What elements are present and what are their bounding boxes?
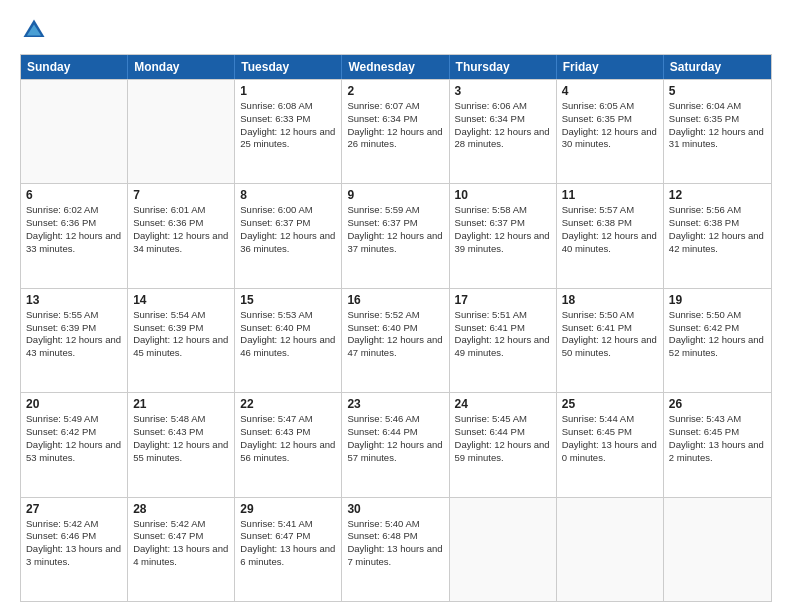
day-cell-13: 13Sunrise: 5:55 AM Sunset: 6:39 PM Dayli…: [21, 289, 128, 392]
day-number: 24: [455, 397, 551, 411]
day-cell-29: 29Sunrise: 5:41 AM Sunset: 6:47 PM Dayli…: [235, 498, 342, 601]
day-cell-22: 22Sunrise: 5:47 AM Sunset: 6:43 PM Dayli…: [235, 393, 342, 496]
day-info: Sunrise: 5:40 AM Sunset: 6:48 PM Dayligh…: [347, 518, 443, 569]
header-day-tuesday: Tuesday: [235, 55, 342, 79]
day-number: 29: [240, 502, 336, 516]
day-number: 23: [347, 397, 443, 411]
day-info: Sunrise: 5:50 AM Sunset: 6:42 PM Dayligh…: [669, 309, 766, 360]
empty-cell: [21, 80, 128, 183]
day-info: Sunrise: 5:44 AM Sunset: 6:45 PM Dayligh…: [562, 413, 658, 464]
day-number: 14: [133, 293, 229, 307]
day-number: 21: [133, 397, 229, 411]
week-row-2: 6Sunrise: 6:02 AM Sunset: 6:36 PM Daylig…: [21, 183, 771, 287]
day-cell-8: 8Sunrise: 6:00 AM Sunset: 6:37 PM Daylig…: [235, 184, 342, 287]
week-row-1: 1Sunrise: 6:08 AM Sunset: 6:33 PM Daylig…: [21, 79, 771, 183]
day-number: 9: [347, 188, 443, 202]
empty-cell: [557, 498, 664, 601]
week-row-4: 20Sunrise: 5:49 AM Sunset: 6:42 PM Dayli…: [21, 392, 771, 496]
calendar: SundayMondayTuesdayWednesdayThursdayFrid…: [20, 54, 772, 602]
day-cell-20: 20Sunrise: 5:49 AM Sunset: 6:42 PM Dayli…: [21, 393, 128, 496]
day-number: 5: [669, 84, 766, 98]
header-day-friday: Friday: [557, 55, 664, 79]
day-cell-3: 3Sunrise: 6:06 AM Sunset: 6:34 PM Daylig…: [450, 80, 557, 183]
day-number: 3: [455, 84, 551, 98]
day-info: Sunrise: 6:05 AM Sunset: 6:35 PM Dayligh…: [562, 100, 658, 151]
day-number: 12: [669, 188, 766, 202]
empty-cell: [664, 498, 771, 601]
day-info: Sunrise: 5:48 AM Sunset: 6:43 PM Dayligh…: [133, 413, 229, 464]
day-number: 22: [240, 397, 336, 411]
day-info: Sunrise: 5:42 AM Sunset: 6:46 PM Dayligh…: [26, 518, 122, 569]
day-number: 26: [669, 397, 766, 411]
day-number: 18: [562, 293, 658, 307]
day-number: 4: [562, 84, 658, 98]
week-row-5: 27Sunrise: 5:42 AM Sunset: 6:46 PM Dayli…: [21, 497, 771, 601]
day-info: Sunrise: 5:49 AM Sunset: 6:42 PM Dayligh…: [26, 413, 122, 464]
calendar-body: 1Sunrise: 6:08 AM Sunset: 6:33 PM Daylig…: [21, 79, 771, 601]
empty-cell: [128, 80, 235, 183]
day-cell-9: 9Sunrise: 5:59 AM Sunset: 6:37 PM Daylig…: [342, 184, 449, 287]
header: [20, 16, 772, 44]
day-cell-23: 23Sunrise: 5:46 AM Sunset: 6:44 PM Dayli…: [342, 393, 449, 496]
day-number: 1: [240, 84, 336, 98]
day-info: Sunrise: 5:46 AM Sunset: 6:44 PM Dayligh…: [347, 413, 443, 464]
day-cell-27: 27Sunrise: 5:42 AM Sunset: 6:46 PM Dayli…: [21, 498, 128, 601]
day-info: Sunrise: 5:43 AM Sunset: 6:45 PM Dayligh…: [669, 413, 766, 464]
day-cell-16: 16Sunrise: 5:52 AM Sunset: 6:40 PM Dayli…: [342, 289, 449, 392]
day-cell-19: 19Sunrise: 5:50 AM Sunset: 6:42 PM Dayli…: [664, 289, 771, 392]
day-number: 25: [562, 397, 658, 411]
day-info: Sunrise: 5:50 AM Sunset: 6:41 PM Dayligh…: [562, 309, 658, 360]
day-info: Sunrise: 6:08 AM Sunset: 6:33 PM Dayligh…: [240, 100, 336, 151]
day-info: Sunrise: 5:51 AM Sunset: 6:41 PM Dayligh…: [455, 309, 551, 360]
day-number: 8: [240, 188, 336, 202]
day-cell-7: 7Sunrise: 6:01 AM Sunset: 6:36 PM Daylig…: [128, 184, 235, 287]
day-info: Sunrise: 5:56 AM Sunset: 6:38 PM Dayligh…: [669, 204, 766, 255]
day-cell-21: 21Sunrise: 5:48 AM Sunset: 6:43 PM Dayli…: [128, 393, 235, 496]
day-cell-10: 10Sunrise: 5:58 AM Sunset: 6:37 PM Dayli…: [450, 184, 557, 287]
day-number: 17: [455, 293, 551, 307]
day-cell-4: 4Sunrise: 6:05 AM Sunset: 6:35 PM Daylig…: [557, 80, 664, 183]
day-cell-17: 17Sunrise: 5:51 AM Sunset: 6:41 PM Dayli…: [450, 289, 557, 392]
day-cell-25: 25Sunrise: 5:44 AM Sunset: 6:45 PM Dayli…: [557, 393, 664, 496]
day-info: Sunrise: 6:04 AM Sunset: 6:35 PM Dayligh…: [669, 100, 766, 151]
week-row-3: 13Sunrise: 5:55 AM Sunset: 6:39 PM Dayli…: [21, 288, 771, 392]
day-info: Sunrise: 5:42 AM Sunset: 6:47 PM Dayligh…: [133, 518, 229, 569]
day-cell-14: 14Sunrise: 5:54 AM Sunset: 6:39 PM Dayli…: [128, 289, 235, 392]
day-info: Sunrise: 5:54 AM Sunset: 6:39 PM Dayligh…: [133, 309, 229, 360]
day-cell-1: 1Sunrise: 6:08 AM Sunset: 6:33 PM Daylig…: [235, 80, 342, 183]
day-number: 30: [347, 502, 443, 516]
day-number: 13: [26, 293, 122, 307]
day-info: Sunrise: 6:07 AM Sunset: 6:34 PM Dayligh…: [347, 100, 443, 151]
day-info: Sunrise: 5:41 AM Sunset: 6:47 PM Dayligh…: [240, 518, 336, 569]
day-info: Sunrise: 5:55 AM Sunset: 6:39 PM Dayligh…: [26, 309, 122, 360]
day-info: Sunrise: 6:06 AM Sunset: 6:34 PM Dayligh…: [455, 100, 551, 151]
header-day-sunday: Sunday: [21, 55, 128, 79]
day-number: 15: [240, 293, 336, 307]
empty-cell: [450, 498, 557, 601]
day-cell-2: 2Sunrise: 6:07 AM Sunset: 6:34 PM Daylig…: [342, 80, 449, 183]
day-cell-11: 11Sunrise: 5:57 AM Sunset: 6:38 PM Dayli…: [557, 184, 664, 287]
day-info: Sunrise: 6:01 AM Sunset: 6:36 PM Dayligh…: [133, 204, 229, 255]
day-number: 7: [133, 188, 229, 202]
day-info: Sunrise: 5:59 AM Sunset: 6:37 PM Dayligh…: [347, 204, 443, 255]
day-number: 16: [347, 293, 443, 307]
day-cell-26: 26Sunrise: 5:43 AM Sunset: 6:45 PM Dayli…: [664, 393, 771, 496]
day-info: Sunrise: 5:57 AM Sunset: 6:38 PM Dayligh…: [562, 204, 658, 255]
day-number: 11: [562, 188, 658, 202]
header-day-saturday: Saturday: [664, 55, 771, 79]
day-cell-24: 24Sunrise: 5:45 AM Sunset: 6:44 PM Dayli…: [450, 393, 557, 496]
logo: [20, 16, 52, 44]
day-info: Sunrise: 5:58 AM Sunset: 6:37 PM Dayligh…: [455, 204, 551, 255]
day-cell-28: 28Sunrise: 5:42 AM Sunset: 6:47 PM Dayli…: [128, 498, 235, 601]
day-cell-12: 12Sunrise: 5:56 AM Sunset: 6:38 PM Dayli…: [664, 184, 771, 287]
header-day-monday: Monday: [128, 55, 235, 79]
day-cell-30: 30Sunrise: 5:40 AM Sunset: 6:48 PM Dayli…: [342, 498, 449, 601]
day-number: 20: [26, 397, 122, 411]
day-number: 2: [347, 84, 443, 98]
page: SundayMondayTuesdayWednesdayThursdayFrid…: [0, 0, 792, 612]
day-number: 10: [455, 188, 551, 202]
day-info: Sunrise: 5:45 AM Sunset: 6:44 PM Dayligh…: [455, 413, 551, 464]
logo-icon: [20, 16, 48, 44]
day-cell-6: 6Sunrise: 6:02 AM Sunset: 6:36 PM Daylig…: [21, 184, 128, 287]
day-number: 28: [133, 502, 229, 516]
